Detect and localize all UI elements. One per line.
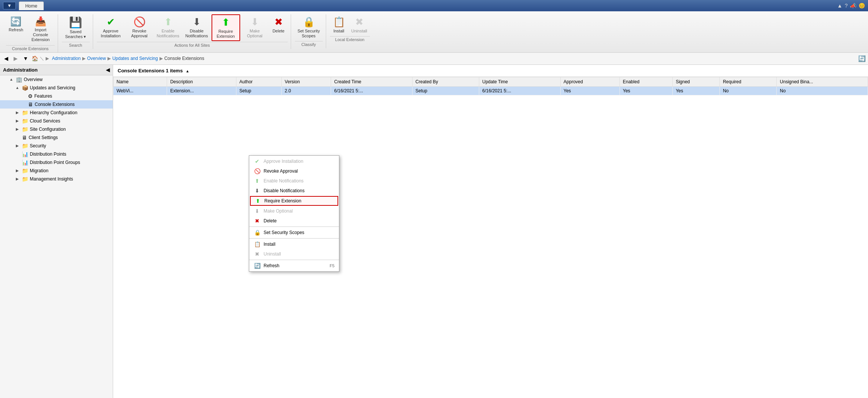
ctx-approve-installation[interactable]: ✔ Approve Installation	[249, 156, 339, 166]
saved-searches-icon: 💾	[69, 16, 82, 29]
cell-unsigned-binary: No	[777, 86, 868, 95]
forward-button[interactable]: ▶	[12, 54, 20, 63]
breadcrumb-updates[interactable]: Updates and Servicing	[112, 56, 158, 61]
back-button[interactable]: ◀	[2, 54, 10, 63]
table-row[interactable]: WebVi... Extension... Setup 2.0 6/16/202…	[113, 86, 868, 95]
sidebar-item-migration[interactable]: ▶ 📁 Migration	[0, 167, 113, 175]
ctx-uninstall[interactable]: ✖ Uninstall	[249, 249, 339, 259]
minimize-icon[interactable]: ▲	[837, 3, 842, 9]
col-name[interactable]: Name	[113, 77, 167, 86]
home-tab[interactable]: Home	[19, 2, 44, 10]
make-optional-button[interactable]: ⬇ Make Optional	[241, 14, 269, 40]
updates-icon: 📦	[22, 85, 28, 91]
ribbon-buttons-classify: 🔒 Set Security Scopes	[295, 14, 323, 40]
sidebar-item-features[interactable]: ⚙ Features	[0, 92, 113, 100]
sidebar-title: Administration	[3, 67, 38, 73]
ctx-make-optional-icon: ⬇	[254, 208, 261, 214]
ctx-install-icon: 📋	[254, 241, 261, 247]
refresh-button[interactable]: 🔄 Refresh	[6, 14, 26, 34]
sidebar-item-cloud-services[interactable]: ▶ 📁 Cloud Services	[0, 117, 113, 125]
col-description[interactable]: Description	[167, 77, 236, 86]
sidebar: Administration ◀ ▲ 🏢 Overview ▲ 📦 Update…	[0, 65, 113, 398]
saved-searches-button[interactable]: 💾 Saved Searches ▾	[62, 14, 90, 41]
expander-client	[14, 135, 20, 139]
require-ext-icon: ⬆	[222, 17, 230, 28]
col-version[interactable]: Version	[282, 77, 331, 86]
ctx-require-ext-label: Require Extension	[264, 198, 301, 204]
col-required[interactable]: Required	[720, 77, 777, 86]
set-security-scopes-button[interactable]: 🔒 Set Security Scopes	[295, 14, 323, 40]
cell-required: No	[720, 86, 777, 95]
breadcrumb-administration[interactable]: Administration	[52, 56, 81, 61]
ctx-disable-notifications[interactable]: ⬇ Disable Notifications	[249, 186, 339, 196]
features-label: Features	[34, 93, 52, 99]
nav-refresh-button[interactable]: 🔄	[858, 55, 866, 62]
col-author[interactable]: Author	[236, 77, 281, 86]
sidebar-item-site-configuration[interactable]: ▶ 📁 Site Configuration	[0, 125, 113, 133]
app-menu-button[interactable]: ▼	[3, 2, 16, 9]
col-signed[interactable]: Signed	[673, 77, 720, 86]
ctx-enable-notifications[interactable]: ⬆ Enable Notifications	[249, 176, 339, 186]
require-ext-label: Require Extension	[215, 29, 237, 39]
help-icon[interactable]: ?	[845, 3, 848, 9]
make-optional-icon: ⬇	[251, 16, 259, 28]
uninstall-button[interactable]: ✖ Uninstall	[349, 14, 370, 35]
notification-icon[interactable]: 📣	[850, 3, 856, 9]
col-created-by[interactable]: Created By	[412, 77, 479, 86]
sidebar-item-distribution-point-groups[interactable]: 📊 Distribution Point Groups	[0, 158, 113, 167]
ctx-disable-notif-label: Disable Notifications	[264, 188, 305, 193]
cell-name: WebVi...	[113, 86, 167, 95]
delete-button[interactable]: ✖ Delete	[270, 14, 288, 35]
ctx-make-optional[interactable]: ⬇ Make Optional	[249, 206, 339, 216]
ctx-revoke-label: Revoke Approval	[264, 168, 298, 174]
ctx-set-security-scopes[interactable]: 🔒 Set Security Scopes	[249, 228, 339, 237]
hierarchy-icon: 📁	[22, 110, 28, 116]
actions-group-label: Actions for All Sites	[97, 42, 288, 49]
breadcrumb-sep-2: ▶	[107, 56, 111, 61]
ribbon-group-local-extension: 📋 Install ✖ Uninstall Local Extension	[327, 14, 373, 43]
sidebar-item-distribution-points[interactable]: 📊 Distribution Points	[0, 150, 113, 158]
sidebar-item-console-extensions[interactable]: 🖥 Console Extensions	[0, 100, 113, 109]
ctx-require-extension[interactable]: ⬆ Require Extension	[250, 196, 338, 206]
sidebar-collapse-icon[interactable]: ◀	[106, 67, 110, 73]
enable-notifications-button[interactable]: ⬆ Enable Notifications	[154, 14, 182, 40]
ctx-approve-label: Approve Installation	[264, 159, 303, 164]
local-extension-group-label: Local Extension	[330, 36, 370, 43]
table-container[interactable]: Name Description Author Version Created …	[113, 77, 868, 398]
import-console-extension-button[interactable]: 📥 Import Console Extension	[27, 14, 55, 44]
cell-description: Extension...	[167, 86, 236, 95]
cell-approved: Yes	[560, 86, 620, 95]
breadcrumb-sep-1: ▶	[82, 56, 86, 61]
ctx-delete[interactable]: ✖ Delete	[249, 216, 339, 226]
sidebar-item-overview[interactable]: ▲ 🏢 Overview	[0, 75, 113, 84]
user-icon[interactable]: 😊	[859, 3, 865, 9]
expander-migration: ▶	[14, 168, 20, 173]
install-button[interactable]: 📋 Install	[330, 14, 348, 35]
ctx-revoke-approval[interactable]: 🚫 Revoke Approval	[249, 166, 339, 176]
require-extension-button[interactable]: ⬆ Require Extension	[212, 14, 240, 41]
sidebar-item-client-settings[interactable]: 🖥 Client Settings	[0, 133, 113, 142]
approve-installation-button[interactable]: ✔ Approve Installation	[97, 14, 125, 40]
overview-label: Overview	[24, 77, 43, 82]
col-enabled[interactable]: Enabled	[620, 77, 672, 86]
ctx-refresh[interactable]: 🔄 Refresh F5	[249, 261, 339, 271]
col-update-time[interactable]: Update Time	[479, 77, 560, 86]
sidebar-item-hierarchy-config[interactable]: ▶ 📁 Hierarchy Configuration	[0, 109, 113, 117]
cell-enabled: Yes	[620, 86, 672, 95]
client-icon: 🖥	[22, 135, 27, 141]
title-bar: ▼ Home ▲ ? 📣 😊	[0, 0, 868, 11]
nav-dropdown-button[interactable]: ▼	[21, 54, 30, 63]
client-label: Client Settings	[29, 135, 58, 140]
disable-notifications-button[interactable]: ⬇ Disable Notifications	[183, 14, 211, 40]
sidebar-item-management-insights[interactable]: ▶ 📁 Management Insights	[0, 175, 113, 183]
breadcrumb-overview[interactable]: Overview	[87, 56, 106, 61]
revoke-approval-button[interactable]: 🚫 Revoke Approval	[126, 14, 153, 40]
col-approved[interactable]: Approved	[560, 77, 620, 86]
ctx-install[interactable]: 📋 Install	[249, 239, 339, 249]
expander-features	[20, 94, 26, 98]
sidebar-item-updates-servicing[interactable]: ▲ 📦 Updates and Servicing	[0, 84, 113, 92]
sidebar-item-security[interactable]: ▶ 📁 Security	[0, 142, 113, 150]
col-created-time[interactable]: Created Time	[331, 77, 413, 86]
ctx-separator-1	[249, 227, 339, 227]
col-unsigned-binary[interactable]: Unsigned Bina...	[777, 77, 868, 86]
